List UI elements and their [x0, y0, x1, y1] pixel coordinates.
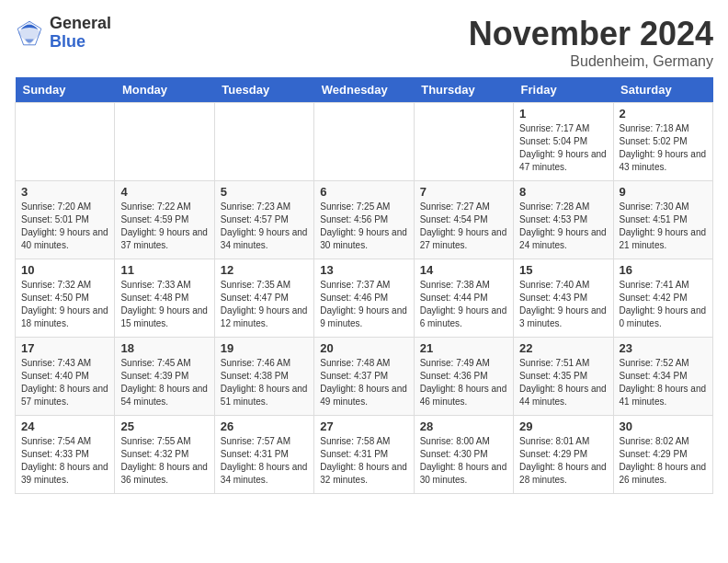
calendar-cell: 13Sunrise: 7:37 AM Sunset: 4:46 PM Dayli… [314, 259, 414, 338]
day-info: Sunrise: 7:54 AM Sunset: 4:33 PM Dayligh… [21, 435, 108, 487]
calendar-cell: 6Sunrise: 7:25 AM Sunset: 4:56 PM Daylig… [314, 181, 414, 259]
day-info: Sunrise: 7:51 AM Sunset: 4:35 PM Dayligh… [519, 357, 607, 408]
day-info: Sunrise: 7:52 AM Sunset: 4:34 PM Dayligh… [620, 357, 707, 408]
day-info: Sunrise: 7:57 AM Sunset: 4:31 PM Dayligh… [221, 435, 308, 487]
calendar-cell [214, 103, 313, 181]
calendar-cell: 22Sunrise: 7:51 AM Sunset: 4:35 PM Dayli… [514, 338, 613, 416]
calendar-table: SundayMondayTuesdayWednesdayThursdayFrid… [15, 77, 713, 494]
day-number: 10 [21, 263, 108, 277]
day-number: 16 [620, 263, 707, 277]
calendar-cell: 5Sunrise: 7:23 AM Sunset: 4:57 PM Daylig… [214, 181, 313, 259]
calendar-cell: 24Sunrise: 7:54 AM Sunset: 4:33 PM Dayli… [16, 416, 115, 494]
calendar-cell: 14Sunrise: 7:38 AM Sunset: 4:44 PM Dayli… [414, 259, 513, 338]
day-number: 12 [221, 263, 308, 277]
day-info: Sunrise: 7:20 AM Sunset: 5:01 PM Dayligh… [21, 201, 108, 252]
day-number: 17 [21, 341, 108, 355]
day-info: Sunrise: 7:45 AM Sunset: 4:39 PM Dayligh… [120, 357, 208, 408]
day-info: Sunrise: 7:22 AM Sunset: 4:59 PM Dayligh… [120, 201, 208, 252]
logo-general: General [50, 15, 111, 33]
calendar-cell [115, 103, 214, 181]
calendar-cell: 21Sunrise: 7:49 AM Sunset: 4:36 PM Dayli… [414, 338, 513, 416]
day-number: 25 [120, 419, 208, 433]
location: Budenheim, Germany [469, 53, 713, 70]
day-header-thursday: Thursday [414, 77, 513, 103]
day-info: Sunrise: 8:00 AM Sunset: 4:30 PM Dayligh… [420, 435, 507, 487]
week-row-1: 1Sunrise: 7:17 AM Sunset: 5:04 PM Daylig… [16, 103, 713, 181]
calendar-cell: 10Sunrise: 7:32 AM Sunset: 4:50 PM Dayli… [16, 259, 115, 338]
day-info: Sunrise: 7:27 AM Sunset: 4:54 PM Dayligh… [420, 201, 507, 252]
calendar-cell: 2Sunrise: 7:18 AM Sunset: 5:02 PM Daylig… [613, 103, 712, 181]
day-info: Sunrise: 7:41 AM Sunset: 4:42 PM Dayligh… [620, 279, 707, 330]
day-number: 7 [420, 185, 507, 199]
day-info: Sunrise: 7:30 AM Sunset: 4:51 PM Dayligh… [620, 201, 707, 252]
day-info: Sunrise: 7:43 AM Sunset: 4:40 PM Dayligh… [21, 357, 108, 408]
day-number: 3 [21, 185, 108, 199]
day-header-sunday: Sunday [16, 77, 115, 103]
calendar-cell: 20Sunrise: 7:48 AM Sunset: 4:37 PM Dayli… [314, 338, 414, 416]
calendar-cell [414, 103, 513, 181]
logo-icon [15, 18, 44, 48]
day-number: 6 [320, 185, 407, 199]
header-row: SundayMondayTuesdayWednesdayThursdayFrid… [16, 77, 713, 103]
day-info: Sunrise: 7:48 AM Sunset: 4:37 PM Dayligh… [320, 357, 407, 408]
calendar-cell: 25Sunrise: 7:55 AM Sunset: 4:32 PM Dayli… [115, 416, 214, 494]
calendar-cell: 27Sunrise: 7:58 AM Sunset: 4:31 PM Dayli… [314, 416, 414, 494]
calendar-cell [314, 103, 414, 181]
calendar-cell: 17Sunrise: 7:43 AM Sunset: 4:40 PM Dayli… [16, 338, 115, 416]
calendar-cell: 28Sunrise: 8:00 AM Sunset: 4:30 PM Dayli… [414, 416, 513, 494]
calendar-cell: 29Sunrise: 8:01 AM Sunset: 4:29 PM Dayli… [514, 416, 613, 494]
logo-blue: Blue [50, 33, 111, 52]
day-number: 18 [120, 341, 208, 355]
day-header-monday: Monday [115, 77, 214, 103]
day-info: Sunrise: 7:37 AM Sunset: 4:46 PM Dayligh… [320, 279, 407, 330]
day-number: 1 [519, 107, 607, 121]
calendar-cell: 30Sunrise: 8:02 AM Sunset: 4:29 PM Dayli… [613, 416, 712, 494]
title-area: November 2024 Budenheim, Germany [469, 15, 713, 70]
day-number: 14 [420, 263, 507, 277]
day-number: 24 [21, 419, 108, 433]
day-number: 15 [519, 263, 607, 277]
calendar-cell: 12Sunrise: 7:35 AM Sunset: 4:47 PM Dayli… [214, 259, 313, 338]
logo: General Blue [15, 15, 111, 52]
day-info: Sunrise: 7:33 AM Sunset: 4:48 PM Dayligh… [120, 279, 208, 330]
calendar-cell: 23Sunrise: 7:52 AM Sunset: 4:34 PM Dayli… [613, 338, 712, 416]
calendar-cell: 9Sunrise: 7:30 AM Sunset: 4:51 PM Daylig… [613, 181, 712, 259]
week-row-2: 3Sunrise: 7:20 AM Sunset: 5:01 PM Daylig… [16, 181, 713, 259]
day-info: Sunrise: 7:49 AM Sunset: 4:36 PM Dayligh… [420, 357, 507, 408]
day-info: Sunrise: 7:55 AM Sunset: 4:32 PM Dayligh… [120, 435, 208, 487]
week-row-3: 10Sunrise: 7:32 AM Sunset: 4:50 PM Dayli… [16, 259, 713, 338]
day-number: 5 [221, 185, 308, 199]
day-number: 19 [221, 341, 308, 355]
day-number: 27 [320, 419, 407, 433]
day-info: Sunrise: 7:17 AM Sunset: 5:04 PM Dayligh… [519, 122, 607, 174]
calendar-cell: 15Sunrise: 7:40 AM Sunset: 4:43 PM Dayli… [514, 259, 613, 338]
day-info: Sunrise: 7:46 AM Sunset: 4:38 PM Dayligh… [221, 357, 308, 408]
day-info: Sunrise: 8:02 AM Sunset: 4:29 PM Dayligh… [620, 435, 707, 487]
calendar-cell: 16Sunrise: 7:41 AM Sunset: 4:42 PM Dayli… [613, 259, 712, 338]
calendar-cell: 18Sunrise: 7:45 AM Sunset: 4:39 PM Dayli… [115, 338, 214, 416]
calendar-cell: 19Sunrise: 7:46 AM Sunset: 4:38 PM Dayli… [214, 338, 313, 416]
day-number: 23 [620, 341, 707, 355]
day-header-saturday: Saturday [613, 77, 712, 103]
day-number: 9 [620, 185, 707, 199]
day-info: Sunrise: 7:25 AM Sunset: 4:56 PM Dayligh… [320, 201, 407, 252]
day-number: 8 [519, 185, 607, 199]
day-number: 29 [519, 419, 607, 433]
day-number: 26 [221, 419, 308, 433]
day-info: Sunrise: 7:58 AM Sunset: 4:31 PM Dayligh… [320, 435, 407, 487]
day-number: 22 [519, 341, 607, 355]
day-info: Sunrise: 8:01 AM Sunset: 4:29 PM Dayligh… [519, 435, 607, 487]
day-number: 13 [320, 263, 407, 277]
day-info: Sunrise: 7:23 AM Sunset: 4:57 PM Dayligh… [221, 201, 308, 252]
day-header-wednesday: Wednesday [314, 77, 414, 103]
day-info: Sunrise: 7:40 AM Sunset: 4:43 PM Dayligh… [519, 279, 607, 330]
day-number: 4 [120, 185, 208, 199]
day-info: Sunrise: 7:32 AM Sunset: 4:50 PM Dayligh… [21, 279, 108, 330]
day-header-tuesday: Tuesday [214, 77, 313, 103]
day-info: Sunrise: 7:28 AM Sunset: 4:53 PM Dayligh… [519, 201, 607, 252]
day-number: 2 [620, 107, 707, 121]
day-info: Sunrise: 7:18 AM Sunset: 5:02 PM Dayligh… [620, 122, 707, 174]
calendar-cell: 7Sunrise: 7:27 AM Sunset: 4:54 PM Daylig… [414, 181, 513, 259]
day-number: 20 [320, 341, 407, 355]
day-header-friday: Friday [514, 77, 613, 103]
